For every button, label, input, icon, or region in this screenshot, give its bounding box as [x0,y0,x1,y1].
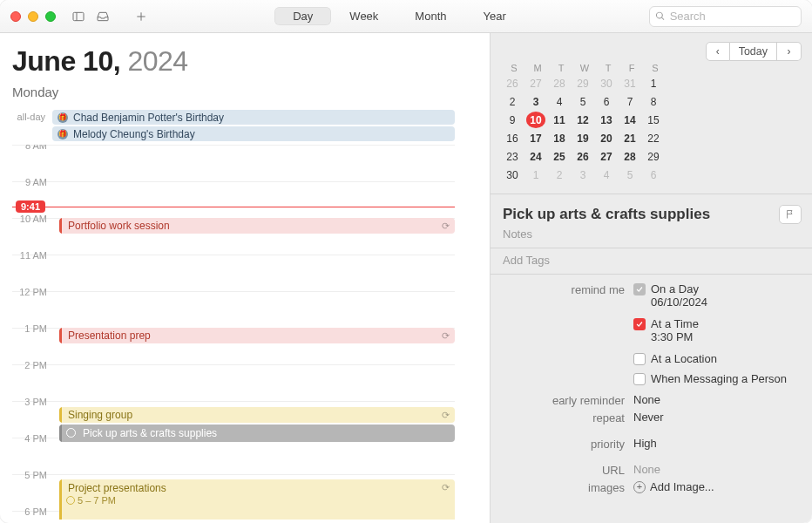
calendar-event[interactable]: Presentation prep⟳ [59,328,455,343]
event-title: Pick up arts & crafts supplies [83,427,217,439]
mini-cal-day[interactable]: 28 [620,148,639,165]
mini-cal-day[interactable]: 6 [597,93,616,110]
day-view: June 10, 2024 Monday all-day 🎁 Chad Benj… [0,33,490,523]
view-month-tab[interactable]: Month [396,7,464,25]
repeat-value[interactable]: Never [633,411,802,424]
reminder-title[interactable]: Pick up arts & crafts supplies [503,205,802,224]
early-reminder-value[interactable]: None [633,393,802,406]
mini-cal-day[interactable]: 15 [644,112,663,128]
mini-cal-day[interactable]: 16 [503,130,522,146]
remind-me-label: remind me [503,282,633,296]
search-field[interactable] [649,6,802,27]
calendar-event[interactable]: Portfolio work session⟳ [59,218,455,234]
date-title: June 10, 2024 [12,45,490,78]
mini-cal-day[interactable]: 29 [573,75,592,92]
hour-label: 4 PM [12,433,51,444]
repeat-label: repeat [503,411,633,425]
calendar-event[interactable]: Singing group⟳ [59,407,455,423]
search-input[interactable] [670,10,795,23]
mini-cal-day[interactable]: 13 [597,112,616,128]
mini-cal-day[interactable]: 4 [597,166,616,183]
mini-cal-day[interactable]: 20 [597,130,616,146]
view-year-tab[interactable]: Year [464,7,524,25]
mini-cal-day[interactable]: 25 [550,148,569,165]
mini-cal-day[interactable]: 14 [620,112,639,128]
mini-cal-day[interactable]: 2 [503,93,522,110]
flag-button[interactable] [779,205,802,224]
calendar-event[interactable]: Pick up arts & crafts supplies [59,425,455,442]
at-a-time-checkbox[interactable]: At a Time [633,317,802,330]
inbox-icon[interactable] [94,8,112,25]
repeat-icon: ⟳ [442,330,450,342]
next-month-button[interactable]: › [777,42,802,61]
mini-cal-day[interactable]: 12 [573,112,592,128]
all-day-event[interactable]: 🎁 Melody Cheung's Birthday [52,126,455,141]
minimize-window-button[interactable] [28,11,38,22]
mini-cal-day[interactable]: 3 [526,93,545,110]
add-event-icon[interactable] [132,8,150,25]
mini-cal-day[interactable]: 10 [526,112,545,128]
mini-cal-day[interactable]: 21 [620,130,639,146]
url-value[interactable]: None [633,463,802,476]
url-label: URL [503,463,633,477]
current-time-line [12,207,455,207]
mini-cal-day[interactable]: 5 [573,93,592,110]
hour-label: 10 AM [12,214,51,224]
mini-cal-day[interactable]: 26 [573,148,592,165]
mini-cal-day[interactable]: 9 [503,112,522,128]
mini-cal-day[interactable]: 24 [526,148,545,165]
add-image-button[interactable]: + Add Image... [633,480,802,493]
zoom-window-button[interactable] [45,11,56,22]
mini-cal-day[interactable]: 22 [644,130,663,146]
timeline[interactable]: 8 AM9 AM10 AM11 AM12 PM1 PM2 PM3 PM4 PM5… [12,145,490,520]
mini-cal-day[interactable]: 29 [644,148,663,165]
mini-cal-day[interactable]: 2 [550,166,569,183]
mini-cal-day[interactable]: 3 [573,166,592,183]
view-week-tab[interactable]: Week [331,7,396,25]
on-a-day-value[interactable]: 06/10/2024 [651,295,802,309]
mini-cal-day[interactable]: 6 [644,166,663,183]
mini-cal-dayname: M [526,63,549,73]
mini-cal-dayname: T [550,63,572,73]
all-day-event[interactable]: 🎁 Chad Benjamin Potter's Birthday [52,110,455,125]
mini-cal-day[interactable]: 5 [620,166,639,183]
when-messaging-checkbox[interactable]: When Messaging a Person [633,372,802,385]
mini-cal-day[interactable]: 17 [526,130,545,146]
mini-cal-day[interactable]: 19 [573,130,592,146]
mini-cal-day[interactable]: 27 [597,148,616,165]
mini-cal-day[interactable]: 30 [597,75,616,92]
mini-cal-day[interactable]: 26 [503,75,522,92]
mini-cal-day[interactable]: 1 [644,75,663,92]
sidebar-toggle-icon[interactable] [70,8,87,25]
mini-cal-day[interactable]: 4 [550,93,569,110]
mini-cal-day[interactable]: 27 [526,75,545,92]
event-title: Portfolio work session [68,220,170,232]
mini-cal-day[interactable]: 1 [526,166,545,183]
notes-field[interactable]: Notes [503,228,802,241]
mini-cal-day[interactable]: 18 [550,130,569,146]
prev-month-button[interactable]: ‹ [706,42,730,61]
calendar-event[interactable]: Project presentations⟳5 – 7 PM [59,479,455,520]
mini-calendar[interactable]: SMTWTFS262728293031123456789101112131415… [503,63,802,183]
images-label: images [503,480,633,494]
mini-cal-day[interactable]: 8 [644,93,663,110]
hour-label: 1 PM [12,323,51,334]
on-a-day-checkbox[interactable]: On a Day [633,282,802,295]
mini-cal-day[interactable]: 30 [503,166,522,183]
at-location-checkbox[interactable]: At a Location [633,352,802,365]
mini-cal-day[interactable]: 7 [620,93,639,110]
view-day-tab[interactable]: Day [274,7,331,25]
today-button[interactable]: Today [730,42,777,61]
close-window-button[interactable] [10,11,21,22]
mini-cal-day[interactable]: 31 [620,75,639,92]
priority-value[interactable]: High [633,437,802,450]
mini-cal-day[interactable]: 28 [550,75,569,92]
plus-icon: + [633,481,646,493]
mini-cal-day[interactable]: 11 [550,112,569,128]
at-a-time-value[interactable]: 3:30 PM [651,330,802,343]
repeat-icon: ⟳ [442,410,450,421]
mini-cal-day[interactable]: 23 [503,148,522,165]
tags-field[interactable]: Add Tags [503,254,802,267]
window-controls [10,11,56,22]
hour-label: 11 AM [12,250,51,261]
